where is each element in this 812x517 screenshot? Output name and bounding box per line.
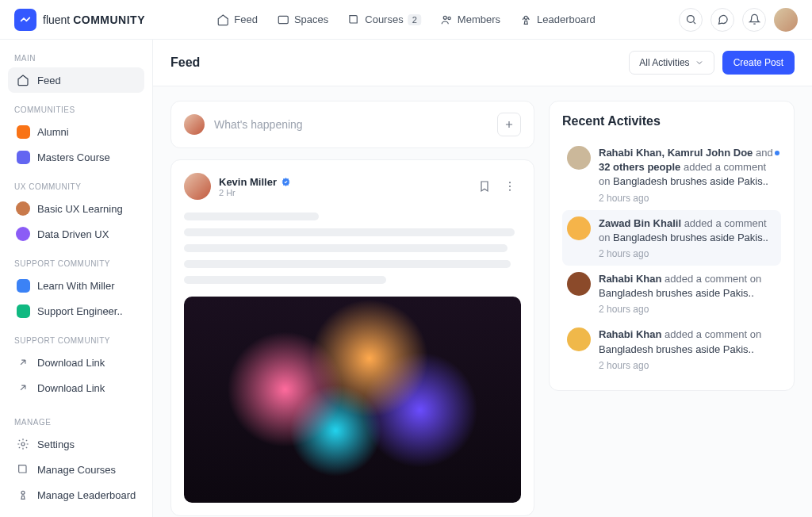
activity-avatar [567, 146, 591, 170]
sidebar-manage-courses[interactable]: Manage Courses [8, 457, 144, 482]
composer-placeholder: What's happening [214, 118, 488, 131]
book-icon [16, 462, 30, 477]
logo[interactable]: fluent COMMUNITY [14, 9, 145, 31]
activity-avatar [567, 327, 591, 351]
user-avatar[interactable] [774, 8, 798, 32]
sidebar-download-2[interactable]: Download Link [8, 375, 144, 400]
sidebar-label-manage: MANAGE [8, 413, 144, 431]
post-placeholder-text [184, 213, 521, 284]
sidebar-support-eng[interactable]: Support Engineer.. [8, 298, 144, 324]
activity-item[interactable]: Rahabi Khan, Kamrul John Doe and 32 othe… [562, 140, 781, 210]
sidebar-data-ux[interactable]: Data Driven UX [8, 221, 144, 247]
topbar: fluent COMMUNITY Feed Spaces Courses 2 M… [0, 0, 812, 40]
sidebar-alumni[interactable]: Alumni [8, 119, 144, 144]
activity-item[interactable]: Zawad Bin Khalil added a comment on Bang… [562, 210, 781, 266]
sidebar-basic-ux[interactable]: Basic UX Learning [8, 196, 144, 221]
sidebar-label-support2: SUPPORT COMMUNITY [8, 331, 144, 350]
bookmark-button[interactable] [473, 175, 496, 197]
avatar-icon [16, 227, 30, 241]
dot-icon [17, 304, 30, 318]
chat-button[interactable] [710, 8, 734, 32]
post-image[interactable] [184, 297, 521, 503]
gear-icon [16, 437, 30, 451]
sidebar-feed[interactable]: Feed [8, 67, 144, 93]
create-post-button[interactable]: Create Post [722, 51, 795, 75]
dot-icon [17, 279, 30, 293]
nav-courses[interactable]: Courses 2 [347, 13, 421, 26]
search-button[interactable] [679, 8, 703, 32]
verified-icon [281, 177, 291, 187]
more-vertical-icon [504, 180, 516, 193]
dot-icon [17, 151, 30, 164]
activity-text: Rahabi Khan added a comment on Banglades… [599, 272, 776, 301]
sidebar-manage-leaderboard[interactable]: Manage Leaderboard [8, 482, 144, 507]
top-nav: Feed Spaces Courses 2 Members Leaderboar… [216, 13, 595, 26]
svg-rect-0 [278, 16, 288, 23]
logo-icon [14, 9, 36, 31]
composer-avatar [184, 114, 205, 135]
activity-text: Zawad Bin Khalil added a comment on Bang… [599, 216, 776, 245]
post-time: 2 Hr [219, 188, 291, 197]
activity-time: 2 hours ago [599, 193, 776, 204]
sidebar-settings[interactable]: Settings [8, 431, 144, 457]
svg-point-9 [509, 190, 511, 191]
dot-icon [17, 125, 30, 139]
activity-avatar [567, 272, 591, 296]
svg-point-6 [21, 491, 25, 494]
post-card: Kevin Miller 2 Hr [170, 159, 534, 516]
svg-point-1 [443, 16, 446, 19]
composer-add-button[interactable] [497, 113, 521, 136]
notifications-button[interactable] [742, 8, 766, 32]
page-header: Feed All Activities Create Post [153, 40, 812, 86]
brand-name: fluent COMMUNITY [43, 13, 145, 26]
sidebar-download-1[interactable]: Download Link [8, 350, 144, 375]
activity-time: 2 hours ago [599, 248, 776, 259]
svg-point-8 [509, 186, 511, 187]
recent-activities-panel: Recent Activites Rahabi Khan, Kamrul Joh… [549, 101, 795, 391]
plus-icon [504, 119, 515, 130]
activity-text: Rahabi Khan added a comment on Banglades… [599, 327, 776, 356]
post-author-avatar[interactable] [184, 173, 211, 200]
sidebar-masters[interactable]: Masters Course [8, 144, 144, 170]
nav-leaderboard[interactable]: Leaderboard [519, 13, 596, 26]
svg-point-5 [21, 442, 25, 446]
activity-time: 2 hours ago [599, 360, 776, 371]
page-title: Feed [170, 56, 200, 70]
leaderboard-icon [16, 488, 30, 502]
post-menu-button[interactable] [499, 175, 521, 197]
activities-title: Recent Activites [562, 114, 781, 128]
bookmark-icon [478, 180, 491, 193]
sidebar-label-support: SUPPORT COMMUNITY [8, 255, 144, 273]
activity-avatar [567, 216, 591, 240]
nav-spaces[interactable]: Spaces [277, 13, 328, 26]
svg-point-2 [447, 17, 450, 19]
external-link-icon [16, 381, 30, 395]
svg-point-4 [687, 16, 694, 23]
sidebar-label-ux: UX COMMUNITY [8, 178, 144, 196]
activity-time: 2 hours ago [599, 304, 776, 315]
chevron-down-icon [695, 58, 704, 67]
activity-text: Rahabi Khan, Kamrul John Doe and 32 othe… [599, 146, 776, 190]
sidebar: MAIN Feed COMMUNITIES Alumni Masters Cou… [0, 40, 153, 517]
svg-point-7 [509, 182, 511, 183]
home-icon [16, 73, 30, 87]
sidebar-label-main: MAIN [8, 49, 144, 67]
courses-badge: 2 [408, 14, 421, 25]
post-author-name[interactable]: Kevin Miller [219, 176, 277, 188]
activity-item[interactable]: Rahabi Khan added a comment on Banglades… [562, 266, 781, 321]
nav-feed[interactable]: Feed [216, 13, 258, 26]
filter-dropdown[interactable]: All Activities [629, 51, 714, 75]
unread-dot [775, 151, 779, 155]
activity-item[interactable]: Rahabi Khan added a comment on Banglades… [562, 321, 781, 377]
topbar-right [679, 8, 798, 32]
svg-point-3 [524, 16, 527, 19]
nav-members[interactable]: Members [440, 13, 500, 26]
composer[interactable]: What's happening [170, 101, 534, 148]
sidebar-label-communities: COMMUNITIES [8, 101, 144, 119]
external-link-icon [16, 355, 30, 370]
main-content: Feed All Activities Create Post What's h… [153, 40, 812, 517]
avatar-icon [16, 201, 30, 216]
sidebar-learn-miller[interactable]: Learn With Miller [8, 273, 144, 298]
